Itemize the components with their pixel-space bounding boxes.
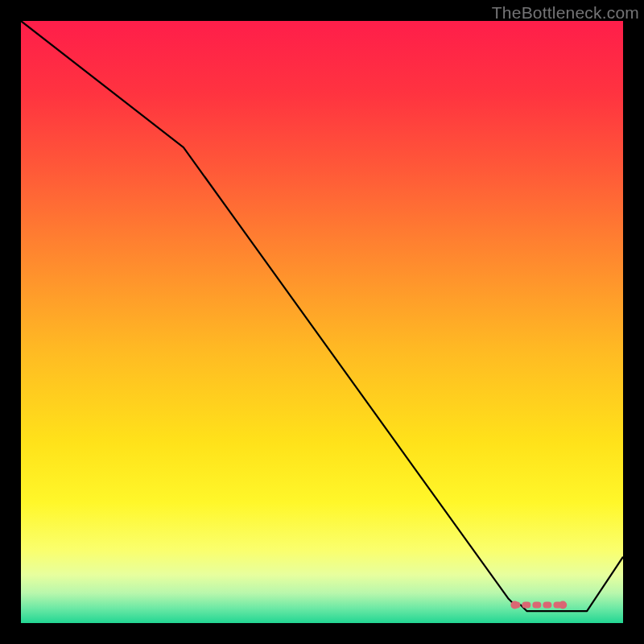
chart-svg: [21, 21, 623, 623]
marker-endpoint: [559, 601, 567, 609]
chart-stage: TheBottleneck.com: [0, 0, 644, 644]
marker-endpoint: [510, 601, 518, 609]
plot-area: [21, 21, 623, 623]
gradient-background: [21, 21, 623, 623]
attribution-label: TheBottleneck.com: [492, 3, 639, 23]
